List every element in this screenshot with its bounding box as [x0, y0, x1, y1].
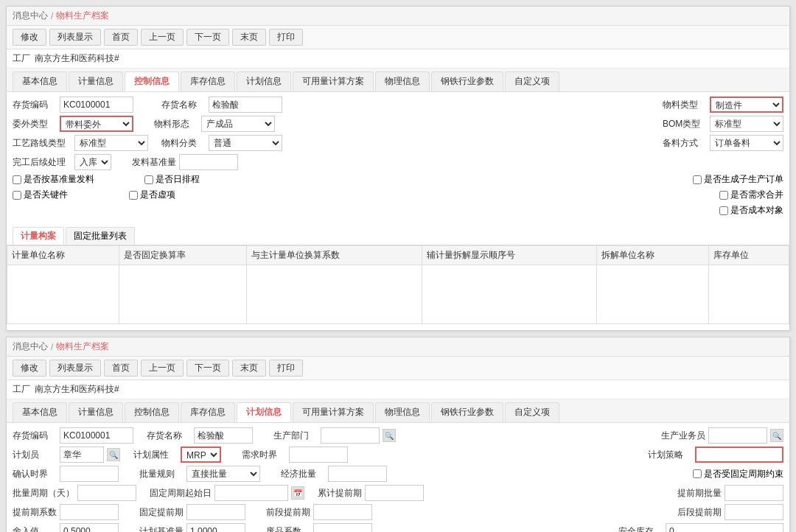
calendar-icon[interactable]: 📅	[291, 486, 304, 500]
col-display-order: 辅计量拆解显示顺序号	[422, 246, 597, 265]
tab-control-info-b[interactable]: 控制信息	[125, 402, 179, 422]
breadcrumb-bottom: 消息中心 / 物料生产档案	[7, 337, 789, 357]
checkbox-issue-by-base-input[interactable]	[13, 175, 21, 184]
b-checkbox-fixed-period-input[interactable]	[693, 469, 702, 478]
prev-page-button[interactable]: 上一页	[141, 29, 184, 46]
b-safety-stock-input[interactable]	[666, 523, 783, 532]
b-front-lead-input[interactable]	[313, 504, 372, 520]
planner-search-icon[interactable]: 🔍	[107, 448, 120, 461]
b-eco-batch-input[interactable]	[328, 466, 387, 482]
checkbox-phantom-input[interactable]	[129, 191, 138, 200]
checkbox-key-part-input[interactable]	[13, 191, 21, 200]
inventory-name-input[interactable]	[209, 97, 282, 113]
bom-type-select[interactable]: 标准型	[710, 116, 783, 132]
b-scrap-factor-input[interactable]	[313, 523, 372, 532]
b-back-lead-input[interactable]	[725, 504, 783, 520]
factory-label: 工厂	[13, 52, 30, 65]
modify-button-b[interactable]: 修改	[13, 360, 46, 377]
b-field-safety-stock: 安全库存	[618, 523, 783, 532]
field-post-process: 完工后续处理 入库	[13, 154, 111, 170]
b-inv-name-label: 存货名称	[147, 430, 191, 442]
checkbox-merge-demand-input[interactable]	[719, 191, 728, 200]
first-page-button-b[interactable]: 首页	[104, 360, 138, 377]
print-button[interactable]: 打印	[269, 29, 303, 46]
b-scrap-factor-label: 废品系数	[266, 525, 310, 533]
material-type-select[interactable]: 制造件	[710, 97, 783, 113]
tab-control-info[interactable]: 控制信息	[125, 71, 179, 91]
modify-button[interactable]: 修改	[13, 29, 46, 46]
inventory-code-input[interactable]	[60, 97, 133, 113]
breadcrumb-home-b[interactable]: 消息中心	[13, 340, 48, 353]
b-rounding-input[interactable]	[60, 523, 119, 532]
tab-steel-industry[interactable]: 钢铁行业参数	[431, 71, 503, 91]
tab-physical-info[interactable]: 物理信息	[375, 71, 430, 91]
factory-row-top: 工厂 南京方生和医药科技#	[7, 49, 789, 69]
checkbox-issue-by-base-label: 是否按基准量发料	[24, 173, 94, 186]
b-field-inv-name: 存货名称	[147, 427, 253, 444]
last-page-button-b[interactable]: 末页	[232, 360, 266, 377]
b-dept-input[interactable]	[321, 427, 380, 444]
b-batch-rule-select[interactable]: 直接批量	[186, 466, 260, 482]
dept-search-icon[interactable]: 🔍	[383, 429, 396, 442]
staff-search-icon[interactable]: 🔍	[770, 429, 783, 442]
b-plan-strategy-input[interactable]	[695, 447, 783, 463]
next-page-button-b[interactable]: 下一页	[186, 360, 229, 377]
list-display-button-b[interactable]: 列表显示	[49, 360, 101, 377]
tab-custom-b[interactable]: 自定义项	[505, 402, 559, 422]
tab-available-qty-b[interactable]: 可用量计算方案	[293, 402, 374, 422]
b-confirm-horizon-input[interactable]	[60, 466, 119, 482]
checkbox-cost-obj-input[interactable]	[719, 206, 728, 215]
b-lead-batch-input[interactable]	[725, 485, 783, 501]
b-demand-horizon-input[interactable]	[289, 447, 348, 463]
tab-steel-industry-b[interactable]: 钢铁行业参数	[431, 402, 503, 422]
tab-inventory-b[interactable]: 库存信息	[181, 402, 235, 422]
b-fixed-period-start-input[interactable]	[214, 485, 288, 501]
b-plan-base-qty-label: 计划基准量	[139, 525, 184, 533]
checkbox-daily-schedule-input[interactable]	[144, 175, 153, 184]
b-field-inv-code: 存货编码	[13, 427, 133, 444]
b-staff-input[interactable]	[708, 427, 767, 444]
print-button-b[interactable]: 打印	[269, 360, 303, 377]
tab-available-qty[interactable]: 可用量计算方案	[293, 71, 374, 91]
post-process-select[interactable]: 入库	[74, 154, 111, 170]
sub-tab-fixed-batch[interactable]: 固定批量列表	[66, 227, 135, 245]
b-form-row-6: 舍入值 计划基准量 废品系数 安全库存	[13, 523, 783, 532]
next-page-button[interactable]: 下一页	[186, 29, 229, 46]
tab-physical-info-b[interactable]: 物理信息	[375, 402, 430, 422]
sub-tab-measure-plan[interactable]: 计量构案	[13, 227, 64, 245]
b-planner-label: 计划员	[13, 449, 57, 461]
tab-inventory[interactable]: 库存信息	[181, 71, 235, 91]
b-rounding-label: 舍入值	[13, 525, 57, 533]
prev-page-button-b[interactable]: 上一页	[141, 360, 184, 377]
tab-custom[interactable]: 自定义项	[505, 71, 559, 91]
b-plan-base-qty-input[interactable]	[186, 523, 245, 532]
b-plan-attr-select[interactable]: MRP	[181, 447, 221, 463]
tab-basic-info[interactable]: 基本信息	[13, 71, 67, 91]
prep-method-select[interactable]: 订单备料	[710, 135, 783, 151]
tab-basic-info-b[interactable]: 基本信息	[13, 402, 67, 422]
material-form-select[interactable]: 产成品	[201, 116, 275, 132]
material-class-select[interactable]: 普通	[209, 135, 282, 151]
process-route-type-select[interactable]: 标准型	[74, 135, 148, 151]
b-fixed-lead-input[interactable]	[186, 504, 245, 520]
outsource-type-select[interactable]: 带料委外	[60, 116, 133, 132]
b-inv-code-input[interactable]	[60, 427, 133, 444]
issue-base-qty-input[interactable]	[179, 154, 238, 170]
tab-measurement-b[interactable]: 计量信息	[69, 402, 123, 422]
first-page-button[interactable]: 首页	[104, 29, 138, 46]
breadcrumb-home[interactable]: 消息中心	[13, 10, 48, 22]
last-page-button[interactable]: 末页	[232, 29, 266, 46]
b-cumulate-lead-input[interactable]	[365, 485, 424, 501]
breadcrumb-sep: /	[51, 11, 53, 21]
checkbox-gen-sub-order-input[interactable]	[693, 175, 702, 184]
b-lead-factor-input[interactable]	[60, 504, 119, 520]
tab-measurement[interactable]: 计量信息	[69, 71, 123, 91]
b-planner-input[interactable]	[60, 447, 104, 463]
factory-label-b: 工厂	[13, 383, 30, 396]
list-display-button[interactable]: 列表显示	[49, 29, 101, 46]
b-inv-name-input[interactable]	[194, 427, 253, 444]
tab-plan-info[interactable]: 计划信息	[237, 71, 291, 91]
tab-plan-info-b[interactable]: 计划信息	[237, 402, 291, 422]
b-batch-cycle-input[interactable]	[77, 485, 136, 501]
checkbox-merge-demand-label: 是否需求合并	[730, 189, 783, 201]
